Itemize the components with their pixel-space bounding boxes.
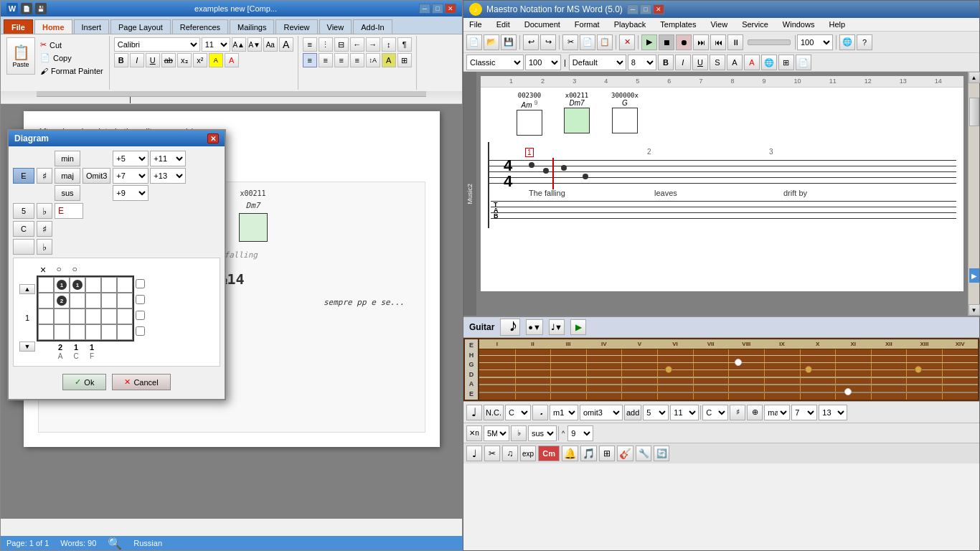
subscript-btn[interactable]: x₂ (177, 53, 192, 67)
chord-btn-empty[interactable] (13, 239, 34, 255)
xn-btn[interactable]: ✕n (466, 425, 482, 441)
menu-playback[interactable]: Playback (611, 19, 649, 29)
scroll-down[interactable]: ▼ (969, 304, 980, 316)
bold2-btn[interactable]: B (658, 55, 674, 70)
num5-select[interactable]: 5 (643, 405, 669, 420)
guitar-btn-3[interactable]: ♩▼ (549, 319, 565, 335)
decrease-indent-btn[interactable]: ← (350, 37, 364, 52)
copy-score-btn[interactable]: 📄 (580, 34, 595, 50)
note-quarter-btn[interactable]: ♩ (466, 446, 482, 461)
bullets-btn[interactable]: ≡ (303, 37, 317, 52)
tab-insert[interactable]: Insert (74, 19, 110, 34)
color2-btn[interactable]: A (744, 55, 760, 70)
refresh-btn[interactable]: 🔄 (654, 446, 669, 461)
menu-format[interactable]: Format (572, 19, 603, 29)
guitar-btn-2[interactable]: ●▼ (526, 319, 543, 335)
open-score-btn[interactable]: 📂 (484, 34, 499, 50)
extra-btn1[interactable]: ⊕ (747, 405, 763, 420)
style2-select[interactable]: Default (569, 55, 626, 70)
bell-btn[interactable]: 🔔 (562, 446, 578, 461)
scissors-btn[interactable]: ✂ (484, 446, 500, 461)
strikethrough-btn[interactable]: ab (161, 53, 176, 67)
clear-format-btn[interactable]: A (279, 37, 293, 52)
redo-btn[interactable]: ↪ (540, 34, 556, 50)
sharp-chord-btn[interactable]: ♯ (730, 405, 745, 420)
spell-check-icon[interactable]: 🔍 (108, 537, 122, 550)
flat-btn-1[interactable]: ♭ (37, 203, 52, 219)
chord-btn-E[interactable]: E (13, 168, 34, 184)
maestro-restore[interactable]: □ (640, 4, 651, 14)
interval-select-13[interactable]: +13 (150, 168, 186, 184)
stop-btn[interactable]: ⏹ (659, 34, 674, 50)
multilevel-btn[interactable]: ⊟ (334, 37, 349, 52)
tab-mailings[interactable]: Mailings (230, 19, 274, 34)
close-btn[interactable]: ✕ (445, 4, 456, 14)
help-btn[interactable]: ? (857, 34, 872, 50)
world-btn[interactable]: 🌐 (839, 34, 855, 50)
menu-view[interactable]: View (707, 19, 730, 29)
cut-score-btn[interactable]: ✂ (562, 34, 578, 50)
numbered-list-btn[interactable]: ⋮ (319, 37, 333, 52)
omit3-btn[interactable]: Omit3 (83, 168, 110, 184)
title-controls[interactable]: ─ □ ✕ (419, 4, 456, 14)
restore-btn[interactable]: □ (432, 4, 443, 14)
tab-home[interactable]: Home (34, 19, 72, 34)
shading-btn[interactable]: A (382, 53, 396, 67)
sharp-btn-1[interactable]: ♯ (37, 168, 52, 184)
maestro-close[interactable]: ✕ (653, 4, 664, 14)
menu-templates[interactable]: Templates (657, 19, 699, 29)
ok-button[interactable]: ✓ Ok (62, 374, 106, 390)
music-note-btn[interactable]: 🎵 (580, 446, 597, 461)
exp-btn[interactable]: exp (520, 446, 536, 461)
cm-btn[interactable]: Cm (538, 446, 560, 461)
interval-select-5[interactable]: +5-5 (113, 151, 149, 166)
ff-btn[interactable]: ⏭ (693, 34, 709, 50)
cancel-button[interactable]: ✕ Cancel (112, 374, 170, 390)
add-btn[interactable]: add (624, 405, 641, 420)
tab-references[interactable]: References (172, 19, 228, 34)
scrollbar-thumb[interactable] (969, 98, 979, 126)
tab-view[interactable]: View (319, 19, 352, 34)
note-copy-btn[interactable]: ♫ (502, 446, 518, 461)
save-score-btn[interactable]: 💾 (501, 34, 517, 50)
nc-btn[interactable]: N.C. (484, 405, 504, 420)
guitar-btn-1[interactable]: 𝅘𝅥𝅮 (500, 319, 520, 336)
modifier-maj[interactable]: maj (55, 168, 80, 184)
menu-help[interactable]: Help (826, 19, 848, 29)
increase-font-btn[interactable]: A▲ (232, 37, 246, 52)
num9-select[interactable]: 9 (567, 425, 593, 441)
scroll-up[interactable]: ▲ (969, 72, 980, 83)
tab-review[interactable]: Review (275, 19, 317, 34)
align-right-btn[interactable]: ≡ (334, 53, 349, 67)
font-color-btn[interactable]: A (225, 53, 239, 67)
show-marks-btn[interactable]: ¶ (397, 37, 412, 52)
sort-btn[interactable]: ↕ (382, 37, 396, 52)
num5b-select[interactable]: 5M (484, 425, 509, 441)
string-check-3[interactable] (136, 311, 145, 320)
c-select[interactable]: C (505, 405, 531, 420)
paste-button[interactable]: 📋 Paste (6, 37, 35, 75)
copy-action[interactable]: 📄 Copy (37, 52, 106, 64)
undo-btn[interactable]: ↩ (523, 34, 539, 50)
underline2-btn[interactable]: U (692, 55, 708, 70)
highlight-btn[interactable]: A (209, 53, 223, 67)
menu-file[interactable]: File (466, 19, 485, 29)
new-score-btn[interactable]: 📄 (466, 34, 482, 50)
num7-select[interactable]: 7 (791, 405, 817, 420)
align-center-btn[interactable]: ≡ (319, 53, 333, 67)
paste-score-btn[interactable]: 📋 (597, 34, 613, 50)
font-size-select[interactable]: 11 (202, 37, 230, 52)
tab-addin[interactable]: Add-In (353, 19, 392, 34)
menu-windows[interactable]: Windows (780, 19, 818, 29)
sharp-btn-2[interactable]: ♯ (37, 221, 52, 237)
rw-btn[interactable]: ⏮ (710, 34, 726, 50)
rec-btn[interactable]: ⏺ (676, 34, 692, 50)
interval-select-7[interactable]: +7 (113, 168, 149, 184)
grid2-btn[interactable]: ⊞ (778, 55, 794, 70)
interval-select-11[interactable]: +11 (150, 151, 186, 166)
omit3-select[interactable]: omit3 (580, 405, 623, 420)
scroll-down-btn[interactable]: ▼ (19, 342, 35, 352)
world2-btn[interactable]: 🌐 (761, 55, 777, 70)
interval-select-9[interactable]: +9 (113, 185, 149, 201)
font-name-select[interactable]: Calibri (114, 37, 200, 52)
